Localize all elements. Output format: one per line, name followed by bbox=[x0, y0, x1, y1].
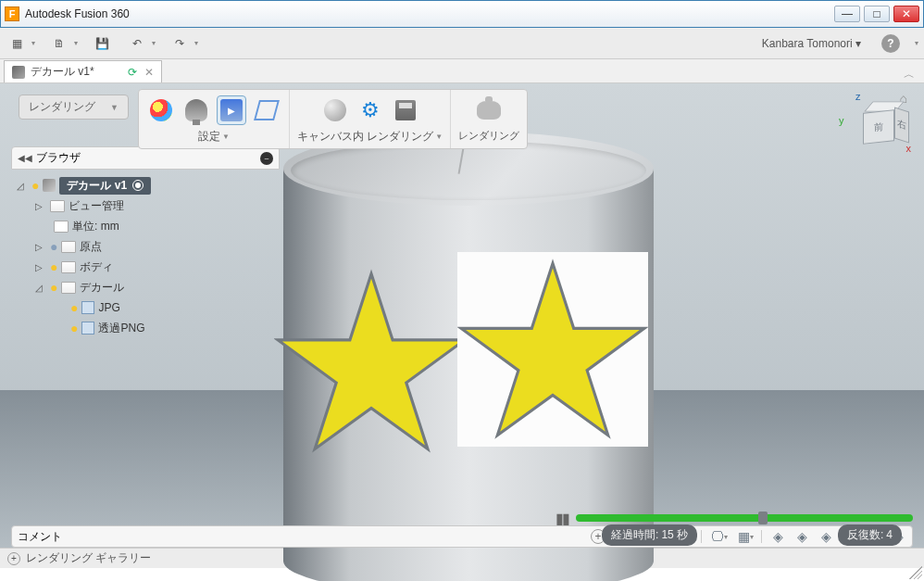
viewcube-right-face[interactable]: 右 bbox=[894, 107, 909, 143]
svg-marker-1 bbox=[461, 263, 644, 435]
document-close-icon[interactable]: ✕ bbox=[144, 66, 154, 79]
progress-thumb[interactable] bbox=[758, 512, 768, 524]
grid-menu-button[interactable]: ▦ bbox=[6, 32, 28, 55]
visibility-bulb-icon[interactable]: ● bbox=[70, 321, 78, 335]
iteration-pill: 反復数: 4 bbox=[838, 524, 902, 546]
window-maximize-button[interactable]: □ bbox=[864, 6, 890, 22]
decal-star-left bbox=[274, 250, 468, 473]
ribbon-toolbar: 設定 ▼ ⚙ キャンバス内 レンダリング ▼ レンダリング bbox=[138, 89, 528, 149]
user-menu[interactable]: Kanbara Tomonori ▾ bbox=[762, 37, 861, 50]
tree-root[interactable]: ◿ ● デカール v1 bbox=[11, 175, 280, 196]
document-tab-row: デカール v1* ⟳ ✕ ︿ bbox=[0, 59, 924, 83]
window-minimize-button[interactable]: — bbox=[834, 6, 860, 22]
workspace-selector[interactable]: レンダリング ▼ bbox=[19, 95, 129, 120]
document-tab[interactable]: デカール v1* ⟳ ✕ bbox=[4, 60, 162, 82]
visibility-bulb-icon[interactable]: ● bbox=[50, 239, 57, 254]
visibility-bulb-icon[interactable]: ● bbox=[50, 280, 57, 295]
undo-button[interactable]: ↶ bbox=[126, 32, 148, 55]
gallery-expand-icon[interactable]: + bbox=[7, 552, 20, 565]
active-component-radio[interactable] bbox=[132, 180, 144, 191]
visibility-bulb-icon[interactable]: ● bbox=[70, 300, 78, 315]
incanvas-render-button[interactable] bbox=[320, 95, 350, 125]
capture-button[interactable] bbox=[391, 95, 420, 125]
tree-origin[interactable]: ▷● 原点 bbox=[11, 236, 280, 257]
window-close-button[interactable]: ✕ bbox=[893, 6, 919, 22]
window-title: Autodesk Fusion 360 bbox=[25, 7, 834, 20]
tree-decal-png[interactable]: ● 透過PNG bbox=[11, 318, 280, 338]
decal-button[interactable] bbox=[252, 95, 281, 125]
axis-y-label: y bbox=[839, 115, 844, 126]
browser-pin-icon[interactable]: – bbox=[260, 152, 273, 165]
component-icon bbox=[43, 179, 56, 192]
ribbon-canvasrender-label: キャンバス内 レンダリング bbox=[297, 129, 433, 145]
visibility-bulb-icon[interactable]: ● bbox=[31, 178, 39, 193]
visibility-bulb-icon[interactable]: ● bbox=[50, 259, 57, 274]
axis-z-label: z bbox=[855, 91, 861, 102]
document-tab-icon bbox=[12, 66, 25, 79]
viewcube[interactable]: z y x ⌂ 右 前 bbox=[839, 91, 913, 174]
document-refresh-icon[interactable]: ⟳ bbox=[128, 66, 137, 79]
svg-marker-0 bbox=[278, 274, 465, 449]
decal-square bbox=[457, 252, 648, 447]
viewport-1-icon[interactable]: ◈ bbox=[769, 528, 786, 545]
render-button[interactable] bbox=[474, 95, 504, 125]
comment-label: コメント bbox=[18, 529, 62, 545]
decal-star-right bbox=[457, 252, 648, 447]
document-tab-label: デカール v1 bbox=[31, 65, 90, 78]
appearance-button[interactable] bbox=[146, 95, 176, 125]
browser-panel: ◀◀ ブラウザ – ◿ ● デカール v1 ▷ ビュー管理 単位: mm ▷● bbox=[11, 146, 280, 338]
app-icon: F bbox=[5, 6, 19, 21]
window-resize-grip[interactable] bbox=[909, 566, 922, 579]
viewport-2-icon[interactable]: ◈ bbox=[793, 528, 810, 545]
document-icon bbox=[54, 221, 69, 233]
ribbon-render-label: レンダリング bbox=[458, 129, 519, 143]
scene-settings-button[interactable] bbox=[181, 95, 211, 125]
help-button[interactable]: ? bbox=[881, 34, 900, 53]
pause-button[interactable]: ▮▮ bbox=[556, 510, 568, 527]
viewcube-front-face[interactable]: 前 bbox=[863, 109, 894, 145]
quick-access-toolbar: ▦▾ 🗎▾ 💾 ↶▾ ↷▾ Kanbara Tomonori ▾ ?▾ bbox=[0, 28, 924, 59]
collapse-ribbon-button[interactable]: ︿ bbox=[898, 67, 920, 82]
tree-body[interactable]: ▷● ボディ bbox=[11, 257, 280, 277]
file-menu-button[interactable]: 🗎 bbox=[48, 32, 70, 55]
image-icon bbox=[81, 322, 94, 335]
image-icon bbox=[81, 301, 94, 314]
workspace-label: レンダリング bbox=[29, 99, 95, 115]
window-titlebar: F Autodesk Fusion 360 — □ ✕ bbox=[0, 0, 924, 28]
browser-title: ブラウザ bbox=[36, 150, 81, 166]
folder-icon bbox=[61, 241, 76, 253]
gallery-label: レンダリング ギャラリー bbox=[26, 550, 151, 566]
redo-button[interactable]: ↷ bbox=[169, 32, 191, 55]
tree-view-mgmt[interactable]: ▷ ビュー管理 bbox=[11, 196, 280, 216]
tree-units[interactable]: 単位: mm bbox=[11, 216, 280, 236]
folder-icon bbox=[50, 200, 65, 212]
axis-x-label: x bbox=[906, 143, 912, 154]
render-settings-button[interactable]: ⚙ bbox=[356, 95, 385, 125]
folder-icon bbox=[61, 261, 76, 273]
tree-decal-folder[interactable]: ◿● デカール bbox=[11, 277, 280, 297]
viewport-3-icon[interactable]: ◈ bbox=[818, 528, 834, 545]
browser-collapse-icon[interactable]: ◀◀ bbox=[18, 153, 32, 163]
folder-icon bbox=[61, 282, 76, 294]
environment-button[interactable] bbox=[217, 95, 246, 125]
save-button[interactable]: 💾 bbox=[91, 32, 113, 55]
tree-decal-jpg[interactable]: ● JPG bbox=[11, 297, 280, 318]
ribbon-setup-label: 設定 bbox=[198, 129, 220, 145]
elapsed-time-pill: 経過時間: 15 秒 bbox=[602, 524, 697, 546]
progress-track[interactable] bbox=[576, 514, 913, 522]
